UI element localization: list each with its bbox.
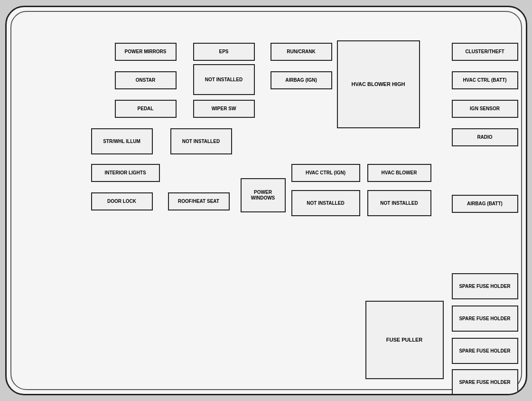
not-installed-4: NOT INSTALLED bbox=[367, 190, 431, 216]
door-lock: DOOR LOCK bbox=[91, 192, 153, 210]
hvac-ctrl-ign: HVAC CTRL (IGN) bbox=[291, 164, 360, 182]
radio: RADIO bbox=[452, 128, 518, 146]
not-installed-3: NOT INSTALLED bbox=[291, 190, 360, 216]
not-installed-1: NOT INSTALLED bbox=[193, 64, 255, 95]
pedal: PEDAL bbox=[115, 100, 177, 118]
not-installed-2: NOT INSTALLED bbox=[170, 128, 232, 154]
eps: EPS bbox=[193, 43, 255, 61]
power-windows: POWER WINDOWS bbox=[241, 178, 286, 212]
hvac-blower-high: HVAC BLOWER HIGH bbox=[337, 40, 420, 128]
power-mirrors: POWER MIRRORS bbox=[115, 43, 177, 61]
airbag-ign: AIRBAG (IGN) bbox=[271, 71, 332, 89]
ign-sensor: IGN SENSOR bbox=[452, 100, 518, 118]
fuse-puller: FUSE PULLER bbox=[365, 301, 444, 379]
interior-lights: INTERIOR LIGHTS bbox=[91, 164, 160, 182]
spare-fuse-3: SPARE FUSE HOLDER bbox=[452, 338, 518, 364]
spare-fuse-2: SPARE FUSE HOLDER bbox=[452, 306, 518, 332]
wiper-sw: WIPER SW bbox=[193, 100, 255, 118]
spare-fuse-1: SPARE FUSE HOLDER bbox=[452, 273, 518, 299]
hvac-ctrl-batt: HVAC CTRL (BATT) bbox=[452, 71, 518, 89]
cluster-theft: CLUSTER/THEFT bbox=[452, 43, 518, 61]
str-whl-illum: STR/WHL ILLUM bbox=[91, 128, 153, 154]
run-crank: RUN/CRANK bbox=[271, 43, 332, 61]
hvac-blower: HVAC BLOWER bbox=[367, 164, 431, 182]
fuse-box: POWER MIRRORSEPSRUN/CRANKCLUSTER/THEFTON… bbox=[5, 6, 527, 395]
roof-heat-seat: ROOF/HEAT SEAT bbox=[168, 192, 230, 210]
spare-fuse-4: SPARE FUSE HOLDER bbox=[452, 369, 518, 395]
airbag-batt: AIRBAG (BATT) bbox=[452, 195, 518, 213]
onstar: ONSTAR bbox=[115, 71, 177, 89]
